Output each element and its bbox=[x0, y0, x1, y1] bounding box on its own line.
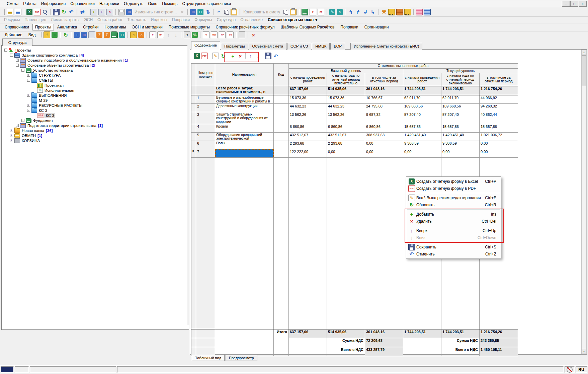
cut-icon[interactable]: ✂ bbox=[216, 9, 222, 15]
context-menu-item[interactable]: +ДобавитьIns bbox=[406, 211, 501, 218]
scroll-up-icon[interactable]: ▲ bbox=[582, 50, 586, 55]
module-tab[interactable]: Нормативы bbox=[102, 24, 129, 30]
document-tab[interactable]: НМЦК bbox=[312, 43, 330, 50]
document-tab[interactable]: Объектная смета bbox=[249, 43, 287, 50]
row-value-cell[interactable]: 1 744 203,51 bbox=[441, 86, 480, 95]
tree-expand-toggle[interactable]: − bbox=[10, 54, 13, 57]
menubar-item[interactable]: Информация bbox=[39, 1, 68, 7]
layers-pink-icon[interactable] bbox=[416, 9, 423, 15]
export-pdf-icon[interactable]: PDF bbox=[34, 9, 40, 15]
row-number-cell[interactable] bbox=[196, 86, 215, 95]
row-value-cell[interactable]: 94 260,32 bbox=[480, 103, 518, 112]
context-menu-item[interactable]: ×УдалитьCtrl+Del bbox=[406, 218, 501, 225]
row-value-cell[interactable]: 10 766,67 bbox=[365, 95, 403, 104]
minimize-button[interactable]: – bbox=[562, 1, 570, 7]
tree-expand-toggle[interactable]: + bbox=[10, 129, 13, 132]
row-code-cell[interactable] bbox=[274, 141, 289, 149]
recalc-all-icon[interactable]: Σ bbox=[104, 32, 110, 38]
row-value-cell[interactable]: 6 860,86 bbox=[289, 124, 327, 132]
tree-item[interactable]: −Проекты bbox=[2, 48, 188, 53]
methodic-book-icon[interactable] bbox=[111, 31, 118, 38]
tree-expand-toggle[interactable]: + bbox=[16, 59, 19, 62]
table-edit-icon[interactable]: ⊟ bbox=[197, 9, 203, 15]
empty-box-icon[interactable] bbox=[239, 31, 245, 38]
row-code-cell[interactable] bbox=[274, 149, 289, 157]
tree-expand-toggle[interactable]: − bbox=[4, 49, 7, 52]
menubar-item[interactable]: Структурные справочники bbox=[180, 1, 233, 7]
paste-to-estimate-icon[interactable] bbox=[290, 9, 297, 15]
print-icon[interactable] bbox=[118, 9, 125, 15]
tree-item[interactable]: КС-3КС-3 bbox=[2, 113, 188, 118]
tree-expand-toggle[interactable]: − bbox=[27, 79, 30, 82]
methodic-copy-icon[interactable]: ⊟ bbox=[119, 32, 125, 38]
house-settings-icon[interactable]: ⌂ bbox=[138, 32, 144, 38]
tree-expand-toggle[interactable]: − bbox=[21, 69, 24, 72]
row-code-cell[interactable] bbox=[274, 86, 289, 95]
copy-object-icon[interactable]: ⊞ bbox=[81, 32, 87, 38]
row-name-cell[interactable]: Бетонные и железобетонные сборные констр… bbox=[215, 95, 274, 104]
view-tab[interactable]: Табличный вид bbox=[192, 355, 225, 361]
context-menu-item[interactable]: ✎Вкл \ Выкл режим редактированияCtrl+E bbox=[406, 194, 501, 201]
row-value-cell[interactable]: 169 668,56 bbox=[441, 103, 480, 112]
refresh-icon[interactable]: ↻ bbox=[63, 32, 69, 38]
tree-item[interactable]: +Новая папка[36] bbox=[2, 128, 188, 133]
edit-mode-icon[interactable]: ✎ bbox=[212, 53, 219, 59]
row-value-cell[interactable]: 2 293,68 bbox=[327, 141, 365, 149]
row-code-cell[interactable] bbox=[274, 112, 289, 124]
document-tab[interactable]: Параметры bbox=[221, 43, 248, 50]
tree-item[interactable]: +СТРУКТУРА bbox=[2, 73, 188, 78]
tree-item[interactable]: М-29 bbox=[2, 98, 188, 103]
row-value-cell[interactable]: 15 657,86 bbox=[441, 124, 480, 132]
organizations-icon[interactable]: ᴥ bbox=[184, 31, 190, 38]
row-value-cell[interactable]: 432 512,67 bbox=[327, 132, 365, 141]
row-number-cell[interactable]: 5 bbox=[196, 132, 215, 141]
row-value-cell[interactable]: 9 306,59 bbox=[441, 141, 480, 149]
row-value-cell[interactable]: 514 935,06 bbox=[327, 86, 365, 95]
tree-item[interactable]: −КС-3 bbox=[2, 108, 188, 113]
tree-expand-toggle[interactable]: − bbox=[16, 64, 19, 67]
row-value-cell[interactable]: 9 687,32 bbox=[365, 112, 403, 124]
row-number-cell[interactable]: 6 bbox=[196, 141, 215, 149]
close-view-icon[interactable]: × bbox=[250, 32, 256, 38]
doc-p-icon[interactable]: P bbox=[149, 31, 156, 38]
menubar-item[interactable]: Справочники bbox=[68, 1, 97, 7]
row-value-cell[interactable]: 308 937,63 bbox=[365, 132, 403, 141]
sort-rows-icon[interactable]: ⇅ bbox=[205, 9, 211, 15]
row-value-cell[interactable]: 0,00 bbox=[480, 149, 518, 157]
actionbar-menu[interactable]: Действие bbox=[2, 32, 25, 38]
context-menu-item[interactable]: PDFСоздать отчетную форму в PDF bbox=[406, 185, 501, 192]
menubar-item[interactable]: Помощь bbox=[160, 1, 180, 7]
menubar-item[interactable]: Отдохнуть bbox=[121, 1, 146, 7]
row-structure-icon[interactable]: ⊞ bbox=[126, 9, 132, 15]
tree-item[interactable]: −СМЕТЫ bbox=[2, 78, 188, 83]
tree-expand-toggle[interactable]: − bbox=[27, 109, 30, 112]
materials-icon[interactable] bbox=[396, 9, 403, 15]
tree-expand-toggle[interactable]: + bbox=[10, 139, 13, 142]
undo-icon[interactable]: ↶ bbox=[68, 9, 74, 15]
doc-pr-icon[interactable]: ПР bbox=[157, 31, 164, 38]
structure-tree-icon[interactable] bbox=[7, 9, 13, 15]
row-value-cell[interactable]: 0,00 bbox=[365, 141, 403, 149]
structure-tree-next-icon[interactable] bbox=[15, 9, 21, 15]
context-menu-item[interactable]: ↻ОбновитьCtrl+R bbox=[406, 201, 501, 208]
module-tab[interactable]: ЭСН и методики bbox=[129, 24, 165, 30]
row-value-cell[interactable]: 169 668,56 bbox=[403, 103, 441, 112]
document-tab[interactable]: Содержание bbox=[191, 42, 220, 50]
menubar-item[interactable]: Настройки bbox=[97, 1, 121, 7]
report-excel-icon[interactable]: X bbox=[194, 53, 200, 59]
module-tab[interactable]: Аналитика bbox=[55, 24, 80, 30]
level-up-icon[interactable]: ↱ bbox=[355, 9, 361, 15]
row-name-cell[interactable]: Оборудование предприятий электротехничес… bbox=[215, 132, 274, 141]
row-value-cell[interactable]: 13 562,26 bbox=[289, 112, 327, 124]
tree-item[interactable]: +Объекты подсобного и обслуживающего наз… bbox=[2, 58, 188, 63]
panel-splitter[interactable] bbox=[187, 39, 189, 325]
actionbar-menu[interactable]: Вид bbox=[25, 32, 39, 38]
undo-icon[interactable]: ↶ bbox=[273, 53, 279, 59]
module-tab[interactable]: Шаблоны Сводных Расчётов bbox=[278, 24, 337, 30]
context-menu-item[interactable]: ↑ВверхCtrl+Up bbox=[406, 227, 501, 234]
row-code-cell[interactable] bbox=[274, 103, 289, 112]
tree-item[interactable]: +Подготовка территории строительства[1] bbox=[2, 123, 188, 128]
tree-expand-toggle[interactable]: + bbox=[27, 74, 30, 77]
row-value-cell[interactable]: 1 744 203,51 bbox=[403, 86, 441, 95]
index-percent-icon[interactable]: % bbox=[203, 31, 209, 38]
